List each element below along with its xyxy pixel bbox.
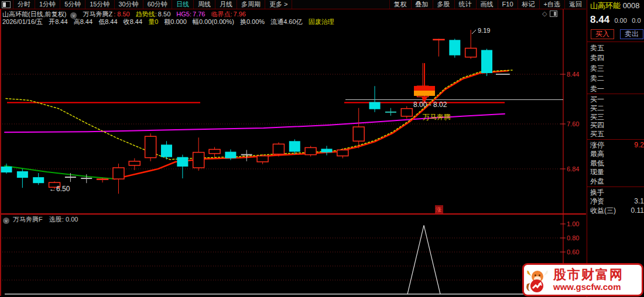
sub-axis-label: 0.60 <box>567 248 579 255</box>
period-menu: 分时1分钟5分钟15分钟30分钟60分钟日线周线月线多周期更多 > <box>13 0 292 9</box>
sub-axis-label: 0.80 <box>567 234 579 241</box>
stat-row-value: 9.2 <box>634 141 644 150</box>
stat-row: 收益(三)0.11 <box>590 206 644 215</box>
hg5-value: 7.76 <box>193 11 205 18</box>
hg5-label: HG5: <box>176 11 191 18</box>
bid-row[interactable]: 买五 <box>590 130 644 139</box>
price-change-pct: 0.0 <box>632 17 640 24</box>
bid-row[interactable]: 买三 <box>590 113 644 122</box>
chart-annotation: 9.19 <box>472 27 490 34</box>
menu-item-4[interactable]: 30分钟 <box>114 0 143 9</box>
indicator-name[interactable]: 万马奔腾Z <box>83 11 112 18</box>
stat-row: 最低 <box>590 159 644 168</box>
split-window-icon[interactable] <box>550 11 557 17</box>
tool-item-1[interactable]: 叠加 <box>411 0 433 9</box>
trading-terminal: { "toolbar": { "left_items": ["分时","1分钟"… <box>0 0 644 297</box>
tool-item-7[interactable]: +自选 <box>539 0 564 9</box>
tool-item-2[interactable]: 多股 <box>433 0 454 9</box>
sell-button[interactable]: 卖出 <box>620 29 643 39</box>
ask-row[interactable]: 卖二 <box>590 74 644 84</box>
bid-row[interactable]: 买二 <box>590 104 644 113</box>
menu-item-8[interactable]: 月线 <box>215 0 237 9</box>
ohlc-info-row: 2026/01/16/五 开8.44 高8.44 低8.44 收8.44 量0 … <box>2 18 338 26</box>
menu-item-1[interactable]: 1分钟 <box>35 0 60 9</box>
trend-value: 8.50 <box>158 11 170 18</box>
watermark-title: 股市财富网 <box>553 268 624 282</box>
menu-item-10[interactable]: 更多 > <box>265 0 292 9</box>
site-watermark: 股市财富网 www.gscfw.com <box>522 263 643 296</box>
critical-value: 7.96 <box>234 11 246 18</box>
turnover-value: 换0.00% <box>240 18 265 25</box>
quote-panel: 山高环能 0008 8.44 0.00 0.0 买入 卖出 卖五卖四卖三卖二卖一… <box>587 0 644 297</box>
signal-triangle <box>407 225 440 294</box>
bid-row[interactable]: 买一 <box>590 95 644 104</box>
buy-button[interactable]: 买入 <box>591 29 614 39</box>
stat-row: 净资3.1 <box>590 197 644 206</box>
subchart-indicator-name[interactable]: 万马奔腾F <box>13 216 43 223</box>
chevron-circle-icon[interactable]: v <box>3 217 9 224</box>
top-menu-bar: 分时1分钟5分钟15分钟30分钟60分钟日线周线月线多周期更多 > 复权叠加多股… <box>0 0 586 9</box>
date-value: 2026/01/16/五 <box>2 18 43 25</box>
high-value: 高8.44 <box>74 18 93 25</box>
diamond-icon[interactable]: ◇ <box>542 10 547 18</box>
volume-value: 量0 <box>148 18 158 25</box>
menu-item-6[interactable]: 日线 <box>172 0 193 9</box>
indicator-value: : 8.50 <box>114 11 130 18</box>
chart-corner-icons: ◇ <box>542 10 557 18</box>
menu-item-7[interactable]: 周线 <box>193 0 215 9</box>
menu-item-0[interactable]: 分时 <box>13 0 35 9</box>
tools-menu: 复权叠加多股统计画线F10标记+自选返回 <box>389 0 586 9</box>
menu-item-3[interactable]: 15分钟 <box>85 0 114 9</box>
chart-title: 山高环能(日线,前复权) <box>2 11 66 18</box>
stat-row: 换手 <box>590 188 644 197</box>
chart-annotation: 万马奔腾 <box>423 113 451 121</box>
tool-item-0[interactable]: 复权 <box>389 0 411 9</box>
rise-badge-text: 涨 <box>436 206 441 213</box>
sub-axis-label: 1.00 <box>567 220 579 227</box>
sector-tag[interactable]: 固废治理 <box>309 18 334 25</box>
ask-row[interactable]: 卖四 <box>590 53 644 63</box>
tool-item-8[interactable]: 返回 <box>564 0 586 9</box>
stat-row: 现量 <box>590 168 644 177</box>
annotation-text: 8.00 - 8.02 <box>413 101 447 109</box>
chart-annotation: ←6.50 <box>49 185 70 193</box>
price-axis-label: 7.60 <box>567 120 579 127</box>
price-change: 0.00 <box>614 17 626 24</box>
tool-item-5[interactable]: F10 <box>498 0 518 9</box>
ask-row[interactable]: 卖三 <box>590 64 644 74</box>
chart-annotation: 8.00 - 8.02 <box>413 101 447 109</box>
range-value: 幅0.00(0.00%) <box>193 18 234 25</box>
trend-label: 趋势线: <box>136 11 157 18</box>
price-axis-label: 6.84 <box>567 165 579 172</box>
ask-row[interactable]: 卖五 <box>590 43 644 53</box>
trend-line-red <box>115 71 508 179</box>
stat-row-value: 0.11 <box>631 206 644 215</box>
quote-price-row: 8.44 0.00 0.0 <box>590 14 641 26</box>
quote-stock-name: 山高环能 0008 <box>590 1 640 11</box>
stat-row: 涨停9.2 <box>590 141 644 150</box>
price-axis-label: 8.44 <box>567 71 579 78</box>
tool-item-6[interactable]: 标记 <box>518 0 539 9</box>
main-gridlines: 8.447.606.84 <box>2 71 579 172</box>
critical-label: 临界点: <box>211 11 232 18</box>
stat-row-value: 3.1 <box>634 197 644 206</box>
open-value: 开8.44 <box>49 18 67 25</box>
tool-item-4[interactable]: 画线 <box>476 0 498 9</box>
stat-row: 最高 <box>590 150 644 158</box>
ask-row[interactable]: 卖一 <box>590 84 644 94</box>
window-layout-icon[interactable] <box>2 1 11 8</box>
bid-row[interactable]: 买四 <box>590 121 644 130</box>
stat-row: 外盘 <box>590 177 644 186</box>
rise-badge: 涨 <box>435 205 443 213</box>
annotation-text: ←6.50 <box>49 185 70 193</box>
tool-item-3[interactable]: 统计 <box>454 0 476 9</box>
chart-canvas[interactable]: 8.447.606.849.19←6.508.00 - 8.02万马奔腾涨1.0… <box>0 0 644 297</box>
menu-item-9[interactable]: 多周期 <box>237 0 265 9</box>
menu-item-2[interactable]: 5分钟 <box>60 0 85 9</box>
close-value: 收8.44 <box>124 18 142 25</box>
bull-logo-icon <box>524 267 551 293</box>
last-price: 8.44 <box>590 14 609 25</box>
subchart-field-value: 选股: 0.00 <box>49 216 78 223</box>
sub-chart: 1.000.800.60 <box>2 220 579 294</box>
menu-item-5[interactable]: 60分钟 <box>143 0 172 9</box>
